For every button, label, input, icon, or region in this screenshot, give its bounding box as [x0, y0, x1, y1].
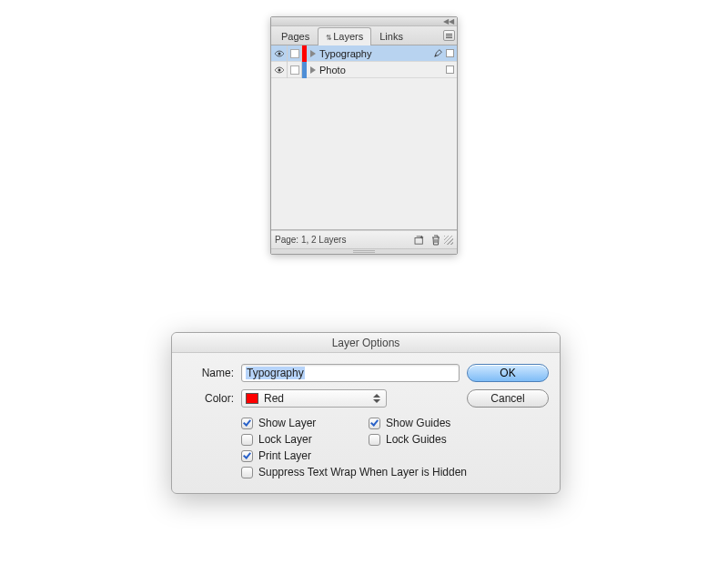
selection-indicator[interactable] — [446, 65, 454, 74]
lock-toggle[interactable] — [288, 45, 302, 62]
panel-footer: Page: 1, 2 Layers — [271, 230, 457, 248]
selection-indicator[interactable] — [446, 49, 454, 57]
checkbox-label: Show Layer — [258, 417, 316, 429]
disclosure-triangle-icon[interactable] — [310, 50, 316, 57]
eye-icon — [274, 66, 285, 74]
disclosure-triangle-icon[interactable] — [310, 66, 316, 74]
panel-tabs: Pages ⇅Layers Links — [271, 26, 457, 45]
resize-grip-icon[interactable] — [444, 236, 453, 245]
name-input-value: Typography — [246, 367, 305, 379]
tab-layers[interactable]: ⇅Layers — [318, 27, 371, 45]
checkbox-icon — [369, 434, 380, 446]
checkbox-label: Lock Guides — [386, 433, 447, 446]
svg-point-1 — [278, 68, 280, 71]
panel-titlebar[interactable]: ◀◀ — [271, 17, 457, 26]
panel-status-text: Page: 1, 2 Layers — [275, 235, 410, 245]
pen-icon — [434, 48, 443, 59]
tab-links[interactable]: Links — [371, 27, 411, 45]
updown-icon — [371, 394, 382, 403]
layer-color-swatch — [302, 62, 307, 78]
cancel-button[interactable]: Cancel — [467, 389, 549, 408]
checkbox-label: Lock Layer — [258, 433, 312, 446]
checkbox-icon — [241, 467, 253, 478]
sort-icon: ⇅ — [326, 34, 332, 42]
panel-menu-icon[interactable] — [443, 30, 455, 41]
name-input[interactable]: Typography — [241, 364, 460, 382]
checkbox-group: Show Layer Show Guides Lock Layer Lock G… — [241, 417, 549, 478]
color-swatch — [246, 393, 258, 404]
checkbox-icon — [241, 450, 253, 462]
show-layer-checkbox[interactable]: Show Layer — [241, 417, 369, 429]
color-select-value: Red — [264, 392, 366, 405]
lock-toggle[interactable] — [288, 62, 302, 78]
suppress-text-wrap-checkbox[interactable]: Suppress Text Wrap When Layer is Hidden — [241, 466, 549, 478]
layers-panel: ◀◀ Pages ⇅Layers Links Typography — [270, 16, 458, 255]
checkbox-label: Suppress Text Wrap When Layer is Hidden — [258, 466, 467, 478]
visibility-toggle[interactable] — [271, 62, 288, 78]
visibility-toggle[interactable] — [271, 45, 288, 62]
layer-options-dialog: Layer Options Name: Typography OK Color:… — [171, 332, 561, 494]
checkbox-label: Print Layer — [258, 449, 311, 462]
tab-pages[interactable]: Pages — [273, 27, 318, 45]
layer-color-swatch — [302, 45, 307, 62]
checkbox-icon — [241, 434, 253, 446]
show-guides-checkbox[interactable]: Show Guides — [369, 417, 549, 429]
svg-point-0 — [278, 52, 280, 55]
tab-layers-label: Layers — [333, 31, 363, 42]
color-label: Color: — [183, 392, 234, 405]
lock-layer-checkbox[interactable]: Lock Layer — [241, 433, 369, 446]
color-select[interactable]: Red — [241, 389, 387, 408]
layer-name-label[interactable]: Photo — [319, 65, 446, 76]
svg-rect-2 — [415, 237, 422, 244]
trash-icon — [431, 235, 440, 246]
layer-name-label[interactable]: Typography — [319, 48, 434, 59]
new-layer-button[interactable] — [413, 235, 426, 246]
ok-button[interactable]: OK — [467, 364, 549, 382]
panel-resize-handle[interactable] — [271, 248, 457, 254]
lock-guides-checkbox[interactable]: Lock Guides — [369, 433, 549, 446]
layer-row[interactable]: Typography — [271, 45, 457, 62]
dialog-title: Layer Options — [172, 333, 560, 353]
layer-row[interactable]: Photo — [271, 62, 457, 78]
checkbox-icon — [241, 418, 253, 429]
eye-icon — [274, 50, 285, 57]
layer-list: Typography Photo — [271, 45, 457, 230]
collapse-icon[interactable]: ◀◀ — [443, 18, 454, 25]
name-label: Name: — [183, 367, 234, 379]
checkbox-icon — [369, 418, 380, 429]
delete-layer-button[interactable] — [430, 235, 442, 246]
print-layer-checkbox[interactable]: Print Layer — [241, 449, 369, 462]
new-layer-icon — [414, 236, 425, 245]
checkbox-label: Show Guides — [386, 417, 450, 429]
